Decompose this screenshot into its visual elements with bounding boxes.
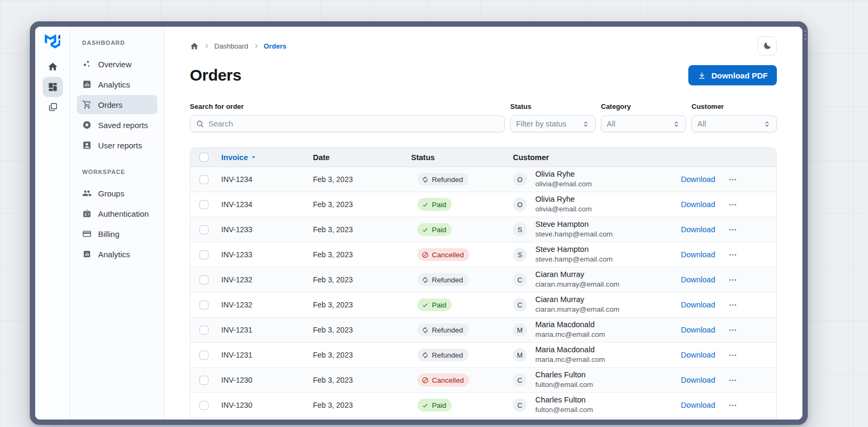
status-filter-select[interactable]: Filter by status — [510, 115, 596, 132]
date-cell: Feb 3, 2023 — [313, 301, 411, 309]
search-input[interactable] — [208, 120, 499, 128]
sidebar-item-analytics[interactable]: Analytics — [77, 244, 157, 264]
row-menu-button[interactable] — [725, 250, 740, 259]
row-checkbox[interactable] — [199, 275, 208, 284]
table-row[interactable]: INV-1231Feb 3, 2023RefundedMMaria Macdon… — [190, 318, 776, 343]
ellipsis-icon — [728, 326, 737, 335]
search-field[interactable] — [190, 115, 505, 132]
table-row[interactable]: INV-1233Feb 3, 2023CancelledSSteve Hampt… — [190, 242, 776, 267]
check-icon — [422, 226, 429, 233]
row-menu-button[interactable] — [725, 401, 740, 410]
row-download-link[interactable]: Download — [674, 175, 725, 184]
row-checkbox[interactable] — [199, 250, 208, 259]
date-cell: Feb 3, 2023 — [313, 401, 411, 409]
rail-button-home[interactable] — [43, 57, 63, 77]
row-checkbox[interactable] — [199, 175, 208, 184]
theme-toggle-button[interactable] — [758, 36, 777, 56]
table-body: INV-1234Feb 3, 2023RefundedOOlivia Ryheo… — [190, 167, 776, 420]
table-row[interactable]: INV-1234Feb 3, 2023RefundedOOlivia Ryheo… — [190, 167, 776, 192]
table-row[interactable]: INV-1230Feb 3, 2023PaidCCharles Fultonfu… — [190, 393, 776, 418]
scrollbar-thumb[interactable] — [805, 30, 806, 39]
column-header-status: Status — [411, 153, 513, 162]
table-row[interactable]: INV-1232Feb 3, 2023PaidCCiaran Murraycia… — [190, 292, 776, 318]
column-header-invoice[interactable]: Invoice — [221, 153, 313, 162]
avatar: C — [513, 398, 527, 412]
row-download-link[interactable]: Download — [674, 326, 725, 334]
row-checkbox[interactable] — [199, 326, 208, 335]
ellipsis-icon — [728, 376, 737, 385]
date-cell: Feb 3, 2023 — [313, 351, 411, 359]
row-menu-button[interactable] — [725, 301, 740, 310]
sidebar-item-analytics[interactable]: Analytics — [77, 75, 157, 94]
check-icon — [422, 402, 429, 409]
row-checkbox[interactable] — [199, 376, 208, 385]
category-filter-select[interactable]: All — [601, 115, 686, 132]
ellipsis-icon — [728, 301, 737, 310]
bar-chart-icon — [82, 80, 92, 89]
row-menu-button[interactable] — [725, 225, 740, 234]
row-download-link[interactable]: Download — [674, 401, 725, 409]
table-row[interactable]: INV-1232Feb 3, 2023RefundedCCiaran Murra… — [190, 267, 776, 292]
download-pdf-button[interactable]: Download PDF — [688, 65, 777, 85]
customer-email: fulton@email.com — [535, 405, 593, 415]
row-download-link[interactable]: Download — [674, 200, 725, 209]
row-checkbox[interactable] — [199, 301, 208, 310]
row-download-link[interactable]: Download — [674, 351, 725, 359]
table-row[interactable]: INV-1229Feb 3, 2023RefundedJJay Hoperhop… — [190, 418, 776, 420]
row-menu-button[interactable] — [725, 351, 740, 360]
sidebar-item-user-reports[interactable]: User reports — [77, 136, 157, 155]
customer-filter-select[interactable]: All — [692, 115, 777, 132]
table-row[interactable]: INV-1234Feb 3, 2023PaidOOlivia Ryheolivi… — [190, 192, 776, 217]
user-box-icon — [82, 140, 92, 150]
row-checkbox[interactable] — [199, 200, 208, 209]
app-root: DASHBOARDOverviewAnalyticsOrdersSaved re… — [35, 27, 802, 420]
sidebar-item-orders[interactable]: Orders — [77, 95, 157, 114]
avatar: M — [513, 323, 527, 337]
avatar: S — [513, 248, 527, 262]
sidebar-item-label: User reports — [98, 141, 142, 150]
row-download-link[interactable]: Download — [674, 376, 725, 384]
row-checkbox[interactable] — [199, 225, 208, 234]
customer-name: Maria Macdonald — [535, 345, 605, 355]
customer-cell: SSteve Hamptonsteve.hamp@email.com — [513, 244, 674, 264]
avatar: O — [513, 197, 527, 211]
row-checkbox[interactable] — [199, 401, 208, 410]
row-checkbox[interactable] — [199, 351, 208, 360]
filter-bar: Search for order Status Filter by status — [190, 102, 777, 132]
sidebar-item-authentication[interactable]: Authentication — [77, 204, 157, 223]
sidebar-item-label: Analytics — [98, 80, 130, 89]
row-download-link[interactable]: Download — [674, 225, 725, 234]
row-menu-button[interactable] — [725, 175, 740, 184]
row-download-link[interactable]: Download — [674, 275, 725, 284]
status-badge: Cancelled — [417, 248, 469, 261]
invoice-cell: INV-1233 — [221, 225, 313, 234]
sidebar-item-billing[interactable]: Billing — [77, 224, 157, 243]
date-cell: Feb 3, 2023 — [313, 250, 411, 259]
nav-section: WORKSPACEGroupsAuthenticationBillingAnal… — [77, 169, 157, 264]
sidebar-item-saved-reports[interactable]: Saved reports — [77, 115, 157, 135]
row-download-link[interactable]: Download — [674, 301, 725, 309]
row-menu-button[interactable] — [725, 200, 740, 209]
table-row[interactable]: INV-1230Feb 3, 2023CancelledCCharles Ful… — [190, 368, 776, 393]
rail-button-dashboard[interactable] — [43, 77, 63, 97]
table-row[interactable]: INV-1233Feb 3, 2023PaidSSteve Hamptonste… — [190, 217, 776, 242]
ellipsis-icon — [728, 351, 737, 360]
row-menu-button[interactable] — [725, 275, 740, 284]
row-download-link[interactable]: Download — [674, 250, 725, 259]
rail-button-layers[interactable] — [43, 97, 63, 117]
sidebar-item-groups[interactable]: Groups — [77, 184, 157, 203]
customer-cell: MMaria Macdonaldmaria.mc@email.com — [513, 345, 674, 365]
column-header-date: Date — [313, 153, 411, 162]
avatar: C — [513, 298, 527, 312]
table-row[interactable]: INV-1231Feb 3, 2023RefundedMMaria Macdon… — [190, 343, 776, 368]
sidebar-item-overview[interactable]: Overview — [77, 54, 157, 74]
breadcrumb-dashboard[interactable]: Dashboard — [214, 42, 248, 50]
date-cell: Feb 3, 2023 — [313, 175, 411, 184]
home-icon[interactable] — [190, 42, 199, 51]
mui-logo[interactable] — [45, 34, 61, 49]
status-badge: Cancelled — [417, 374, 469, 386]
select-all-checkbox[interactable] — [199, 153, 208, 162]
row-menu-button[interactable] — [725, 376, 740, 385]
customer-email: steve.hamp@email.com — [535, 255, 613, 264]
row-menu-button[interactable] — [725, 326, 740, 335]
